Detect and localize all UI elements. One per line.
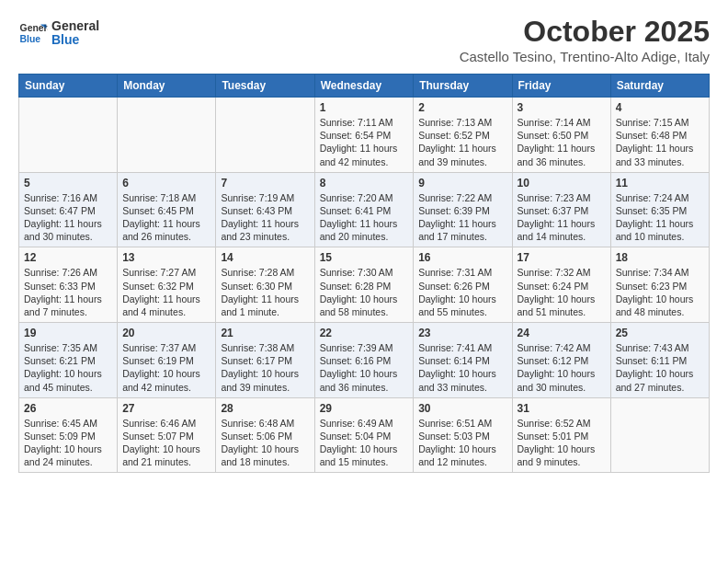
table-row: 29Sunrise: 6:49 AM Sunset: 5:04 PM Dayli… — [314, 397, 414, 473]
day-number: 21 — [221, 327, 309, 339]
table-row: 27Sunrise: 6:46 AM Sunset: 5:07 PM Dayli… — [118, 397, 216, 473]
day-info: Sunrise: 7:28 AM Sunset: 6:30 PM Dayligh… — [221, 266, 309, 318]
day-info: Sunrise: 7:19 AM Sunset: 6:43 PM Dayligh… — [221, 191, 309, 244]
day-info: Sunrise: 6:49 AM Sunset: 5:04 PM Dayligh… — [320, 417, 409, 469]
day-number: 19 — [24, 327, 112, 339]
table-row: 21Sunrise: 7:38 AM Sunset: 6:17 PM Dayli… — [216, 323, 314, 398]
day-info: Sunrise: 7:42 AM Sunset: 6:12 PM Dayligh… — [518, 341, 606, 394]
col-sunday: Sunday — [19, 75, 118, 98]
table-row: 22Sunrise: 7:39 AM Sunset: 6:16 PM Dayli… — [314, 323, 414, 398]
col-monday: Monday — [118, 75, 216, 98]
table-row: 3Sunrise: 7:14 AM Sunset: 6:50 PM Daylig… — [512, 98, 610, 173]
logo: General Blue General Blue — [18, 18, 99, 48]
day-number: 13 — [122, 251, 210, 264]
day-number: 24 — [518, 327, 606, 339]
calendar-week-row: 12Sunrise: 7:26 AM Sunset: 6:33 PM Dayli… — [19, 247, 710, 323]
day-number: 10 — [518, 177, 606, 190]
col-thursday: Thursday — [414, 75, 512, 98]
table-row: 28Sunrise: 6:48 AM Sunset: 5:06 PM Dayli… — [216, 397, 314, 473]
day-number: 17 — [518, 251, 606, 264]
day-info: Sunrise: 6:51 AM Sunset: 5:03 PM Dayligh… — [418, 417, 506, 469]
day-number: 31 — [518, 402, 606, 415]
table-row: 4Sunrise: 7:15 AM Sunset: 6:48 PM Daylig… — [610, 98, 709, 173]
day-number: 18 — [616, 251, 704, 264]
table-row: 10Sunrise: 7:23 AM Sunset: 6:37 PM Dayli… — [512, 172, 610, 247]
table-row: 6Sunrise: 7:18 AM Sunset: 6:45 PM Daylig… — [118, 172, 216, 247]
day-number: 22 — [320, 327, 409, 339]
day-info: Sunrise: 6:52 AM Sunset: 5:01 PM Dayligh… — [518, 417, 606, 469]
col-friday: Friday — [512, 75, 610, 98]
day-number: 14 — [221, 251, 309, 264]
day-number: 7 — [221, 177, 309, 190]
col-wednesday: Wednesday — [314, 75, 414, 98]
day-info: Sunrise: 7:39 AM Sunset: 6:16 PM Dayligh… — [320, 341, 409, 394]
day-info: Sunrise: 7:16 AM Sunset: 6:47 PM Dayligh… — [24, 191, 112, 244]
logo-line2: Blue — [51, 33, 99, 47]
day-number: 27 — [122, 402, 210, 415]
table-row — [216, 98, 314, 173]
day-info: Sunrise: 7:20 AM Sunset: 6:41 PM Dayligh… — [320, 191, 409, 244]
table-row: 31Sunrise: 6:52 AM Sunset: 5:01 PM Dayli… — [512, 397, 610, 473]
day-info: Sunrise: 7:14 AM Sunset: 6:50 PM Dayligh… — [518, 116, 606, 168]
day-number: 8 — [320, 177, 409, 190]
day-info: Sunrise: 7:27 AM Sunset: 6:32 PM Dayligh… — [122, 266, 210, 318]
table-row — [118, 98, 216, 173]
calendar-week-row: 1Sunrise: 7:11 AM Sunset: 6:54 PM Daylig… — [19, 98, 710, 173]
day-info: Sunrise: 7:13 AM Sunset: 6:52 PM Dayligh… — [418, 116, 506, 168]
logo-icon: General Blue — [18, 18, 48, 48]
calendar-week-row: 26Sunrise: 6:45 AM Sunset: 5:09 PM Dayli… — [19, 397, 710, 473]
day-info: Sunrise: 7:26 AM Sunset: 6:33 PM Dayligh… — [24, 266, 112, 318]
day-info: Sunrise: 7:37 AM Sunset: 6:19 PM Dayligh… — [122, 341, 210, 394]
day-info: Sunrise: 7:23 AM Sunset: 6:37 PM Dayligh… — [518, 191, 606, 244]
table-row — [610, 397, 709, 473]
day-number: 20 — [122, 327, 210, 339]
table-row: 15Sunrise: 7:30 AM Sunset: 6:28 PM Dayli… — [314, 247, 414, 323]
month-year: October 2025 — [460, 15, 710, 49]
day-number: 30 — [418, 402, 506, 415]
day-number: 2 — [418, 101, 506, 114]
day-info: Sunrise: 7:35 AM Sunset: 6:21 PM Dayligh… — [24, 341, 112, 394]
day-info: Sunrise: 7:31 AM Sunset: 6:26 PM Dayligh… — [418, 266, 506, 318]
day-number: 3 — [518, 101, 606, 114]
table-row: 16Sunrise: 7:31 AM Sunset: 6:26 PM Dayli… — [414, 247, 512, 323]
day-info: Sunrise: 7:22 AM Sunset: 6:39 PM Dayligh… — [418, 191, 506, 244]
table-row: 24Sunrise: 7:42 AM Sunset: 6:12 PM Dayli… — [512, 323, 610, 398]
day-info: Sunrise: 7:18 AM Sunset: 6:45 PM Dayligh… — [122, 191, 210, 244]
day-number: 9 — [418, 177, 506, 190]
table-row: 30Sunrise: 6:51 AM Sunset: 5:03 PM Dayli… — [414, 397, 512, 473]
page-header: General Blue General Blue October 2025 C… — [18, 15, 710, 64]
table-row: 19Sunrise: 7:35 AM Sunset: 6:21 PM Dayli… — [19, 323, 118, 398]
col-saturday: Saturday — [610, 75, 709, 98]
title-block: October 2025 Castello Tesino, Trentino-A… — [460, 15, 710, 64]
svg-text:Blue: Blue — [20, 34, 41, 44]
day-info: Sunrise: 6:48 AM Sunset: 5:06 PM Dayligh… — [221, 417, 309, 469]
day-info: Sunrise: 6:45 AM Sunset: 5:09 PM Dayligh… — [24, 417, 112, 469]
table-row: 11Sunrise: 7:24 AM Sunset: 6:35 PM Dayli… — [610, 172, 709, 247]
location: Castello Tesino, Trentino-Alto Adige, It… — [460, 49, 710, 64]
calendar-week-row: 19Sunrise: 7:35 AM Sunset: 6:21 PM Dayli… — [19, 323, 710, 398]
table-row: 20Sunrise: 7:37 AM Sunset: 6:19 PM Dayli… — [118, 323, 216, 398]
day-number: 6 — [122, 177, 210, 190]
day-number: 29 — [320, 402, 409, 415]
day-number: 23 — [418, 327, 506, 339]
table-row: 13Sunrise: 7:27 AM Sunset: 6:32 PM Dayli… — [118, 247, 216, 323]
day-info: Sunrise: 7:38 AM Sunset: 6:17 PM Dayligh… — [221, 341, 309, 394]
day-info: Sunrise: 7:15 AM Sunset: 6:48 PM Dayligh… — [616, 116, 704, 168]
day-number: 11 — [616, 177, 704, 190]
day-number: 4 — [616, 101, 704, 114]
table-row: 26Sunrise: 6:45 AM Sunset: 5:09 PM Dayli… — [19, 397, 118, 473]
table-row — [19, 98, 118, 173]
day-number: 1 — [320, 101, 409, 114]
day-number: 28 — [221, 402, 309, 415]
table-row: 14Sunrise: 7:28 AM Sunset: 6:30 PM Dayli… — [216, 247, 314, 323]
calendar-table: Sunday Monday Tuesday Wednesday Thursday… — [18, 74, 710, 473]
day-number: 12 — [24, 251, 112, 264]
table-row: 9Sunrise: 7:22 AM Sunset: 6:39 PM Daylig… — [414, 172, 512, 247]
day-info: Sunrise: 7:32 AM Sunset: 6:24 PM Dayligh… — [518, 266, 606, 318]
table-row: 1Sunrise: 7:11 AM Sunset: 6:54 PM Daylig… — [314, 98, 414, 173]
table-row: 8Sunrise: 7:20 AM Sunset: 6:41 PM Daylig… — [314, 172, 414, 247]
table-row: 12Sunrise: 7:26 AM Sunset: 6:33 PM Dayli… — [19, 247, 118, 323]
table-row: 5Sunrise: 7:16 AM Sunset: 6:47 PM Daylig… — [19, 172, 118, 247]
day-number: 25 — [616, 327, 704, 339]
day-number: 15 — [320, 251, 409, 264]
